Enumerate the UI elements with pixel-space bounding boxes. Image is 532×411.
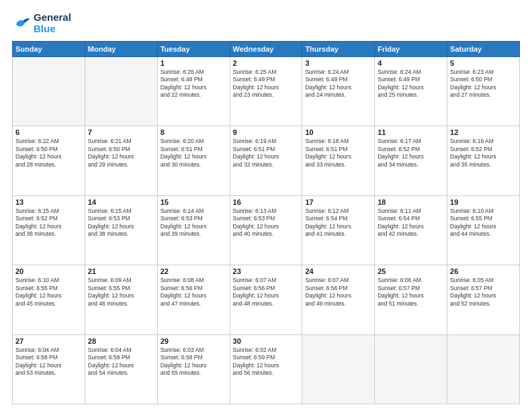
cell-details: Sunrise: 6:04 AMSunset: 6:58 PMDaylight:… [15,347,82,377]
calendar-cell: 4Sunrise: 6:24 AMSunset: 6:49 PMDaylight… [375,57,447,126]
day-number: 13 [15,198,82,206]
calendar-cell: 8Sunrise: 6:20 AMSunset: 6:51 PMDaylight… [157,126,230,195]
cell-details: Sunrise: 6:10 AMSunset: 6:55 PMDaylight:… [15,277,82,308]
calendar-cell: 14Sunrise: 6:15 AMSunset: 6:53 PMDayligh… [85,195,157,265]
cell-details: Sunrise: 6:14 AMSunset: 6:53 PMDaylight:… [161,208,227,238]
day-number: 18 [378,198,444,206]
cell-details: Sunrise: 6:09 AMSunset: 6:55 PMDaylight:… [88,277,154,308]
cell-details: Sunrise: 6:11 AMSunset: 6:54 PMDaylight:… [378,208,444,238]
week-row-1: 1Sunrise: 6:26 AMSunset: 6:48 PMDaylight… [13,57,520,126]
day-number: 8 [161,128,227,136]
day-number: 7 [88,128,154,136]
day-number: 3 [305,59,371,67]
weekday-header-wednesday: Wednesday [230,42,302,57]
cell-details: Sunrise: 6:02 AMSunset: 6:59 PMDaylight:… [233,347,300,377]
calendar-cell: 1Sunrise: 6:26 AMSunset: 6:48 PMDaylight… [157,57,230,126]
day-number: 29 [161,337,227,345]
calendar-cell: 2Sunrise: 6:25 AMSunset: 6:49 PMDaylight… [230,57,302,126]
calendar-cell: 12Sunrise: 6:16 AMSunset: 6:52 PMDayligh… [447,126,520,195]
day-number: 1 [161,59,227,67]
day-number: 19 [450,198,517,206]
calendar-cell [375,334,447,404]
week-row-2: 6Sunrise: 6:22 AMSunset: 6:50 PMDaylight… [13,126,520,195]
weekday-header-friday: Friday [375,42,447,57]
day-number: 27 [15,337,82,345]
calendar-cell: 7Sunrise: 6:21 AMSunset: 6:50 PMDaylight… [85,126,157,195]
cell-details: Sunrise: 6:17 AMSunset: 6:52 PMDaylight:… [378,138,444,169]
cell-details: Sunrise: 6:12 AMSunset: 6:54 PMDaylight:… [305,208,371,238]
cell-details: Sunrise: 6:24 AMSunset: 6:49 PMDaylight:… [305,68,371,99]
cell-details: Sunrise: 6:03 AMSunset: 6:58 PMDaylight:… [161,347,227,377]
calendar-cell: 30Sunrise: 6:02 AMSunset: 6:59 PMDayligh… [230,334,302,404]
cell-details: Sunrise: 6:13 AMSunset: 6:53 PMDaylight:… [233,208,300,238]
logo-text: General Blue [34,12,71,34]
calendar-cell: 6Sunrise: 6:22 AMSunset: 6:50 PMDaylight… [13,126,85,195]
calendar: SundayMondayTuesdayWednesdayThursdayFrid… [12,41,520,404]
day-number: 28 [88,337,154,345]
week-row-4: 20Sunrise: 6:10 AMSunset: 6:55 PMDayligh… [13,265,520,334]
calendar-cell: 24Sunrise: 6:07 AMSunset: 6:56 PMDayligh… [302,265,375,334]
day-number: 10 [305,128,371,136]
header: General Blue [12,12,520,34]
calendar-cell: 10Sunrise: 6:18 AMSunset: 6:51 PMDayligh… [302,126,375,195]
cell-details: Sunrise: 6:07 AMSunset: 6:56 PMDaylight:… [233,277,300,308]
day-number: 24 [305,267,371,275]
calendar-cell: 17Sunrise: 6:12 AMSunset: 6:54 PMDayligh… [302,195,375,265]
day-number: 30 [233,337,300,345]
weekday-header-sunday: Sunday [13,42,85,57]
day-number: 26 [450,267,517,275]
cell-details: Sunrise: 6:04 AMSunset: 6:58 PMDaylight:… [88,347,154,377]
calendar-cell: 11Sunrise: 6:17 AMSunset: 6:52 PMDayligh… [375,126,447,195]
day-number: 2 [233,59,300,67]
day-number: 11 [378,128,444,136]
logo-icon [12,14,31,33]
cell-details: Sunrise: 6:15 AMSunset: 6:52 PMDaylight:… [15,208,82,238]
calendar-cell [13,57,85,126]
day-number: 16 [233,198,300,206]
day-number: 25 [378,267,444,275]
calendar-cell: 16Sunrise: 6:13 AMSunset: 6:53 PMDayligh… [230,195,302,265]
cell-details: Sunrise: 6:07 AMSunset: 6:56 PMDaylight:… [305,277,371,308]
cell-details: Sunrise: 6:08 AMSunset: 6:56 PMDaylight:… [161,277,227,308]
week-row-5: 27Sunrise: 6:04 AMSunset: 6:58 PMDayligh… [13,334,520,404]
day-number: 22 [161,267,227,275]
day-number: 23 [233,267,300,275]
calendar-cell [447,334,520,404]
calendar-cell [85,57,157,126]
cell-details: Sunrise: 6:06 AMSunset: 6:57 PMDaylight:… [378,277,444,308]
calendar-cell: 22Sunrise: 6:08 AMSunset: 6:56 PMDayligh… [157,265,230,334]
cell-details: Sunrise: 6:16 AMSunset: 6:52 PMDaylight:… [450,138,517,169]
calendar-cell: 15Sunrise: 6:14 AMSunset: 6:53 PMDayligh… [157,195,230,265]
cell-details: Sunrise: 6:05 AMSunset: 6:57 PMDaylight:… [450,277,517,308]
cell-details: Sunrise: 6:23 AMSunset: 6:50 PMDaylight:… [450,68,517,99]
calendar-cell: 19Sunrise: 6:10 AMSunset: 6:55 PMDayligh… [447,195,520,265]
cell-details: Sunrise: 6:21 AMSunset: 6:50 PMDaylight:… [88,138,154,169]
cell-details: Sunrise: 6:26 AMSunset: 6:48 PMDaylight:… [161,68,227,99]
cell-details: Sunrise: 6:20 AMSunset: 6:51 PMDaylight:… [161,138,227,169]
calendar-cell: 28Sunrise: 6:04 AMSunset: 6:58 PMDayligh… [85,334,157,404]
page: General Blue SundayMondayTuesdayWednesda… [0,0,532,411]
day-number: 9 [233,128,300,136]
cell-details: Sunrise: 6:22 AMSunset: 6:50 PMDaylight:… [15,138,82,169]
calendar-cell: 3Sunrise: 6:24 AMSunset: 6:49 PMDaylight… [302,57,375,126]
day-number: 6 [15,128,82,136]
calendar-cell: 27Sunrise: 6:04 AMSunset: 6:58 PMDayligh… [13,334,85,404]
calendar-cell: 21Sunrise: 6:09 AMSunset: 6:55 PMDayligh… [85,265,157,334]
weekday-header-saturday: Saturday [447,42,520,57]
cell-details: Sunrise: 6:15 AMSunset: 6:53 PMDaylight:… [88,208,154,238]
weekday-header-thursday: Thursday [302,42,375,57]
calendar-cell: 18Sunrise: 6:11 AMSunset: 6:54 PMDayligh… [375,195,447,265]
week-row-3: 13Sunrise: 6:15 AMSunset: 6:52 PMDayligh… [13,195,520,265]
day-number: 20 [15,267,82,275]
logo: General Blue [12,12,71,34]
cell-details: Sunrise: 6:18 AMSunset: 6:51 PMDaylight:… [305,138,371,169]
day-number: 12 [450,128,517,136]
calendar-cell: 26Sunrise: 6:05 AMSunset: 6:57 PMDayligh… [447,265,520,334]
day-number: 5 [450,59,517,67]
day-number: 17 [305,198,371,206]
day-number: 15 [161,198,227,206]
cell-details: Sunrise: 6:24 AMSunset: 6:49 PMDaylight:… [378,68,444,99]
calendar-cell [302,334,375,404]
calendar-cell: 13Sunrise: 6:15 AMSunset: 6:52 PMDayligh… [13,195,85,265]
day-number: 21 [88,267,154,275]
